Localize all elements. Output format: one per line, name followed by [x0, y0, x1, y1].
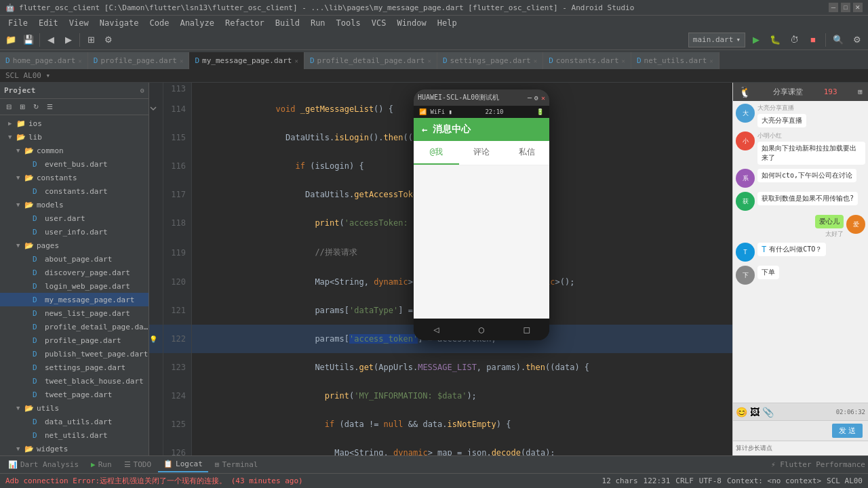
tree-item-user-info[interactable]: D user_info.dart [0, 225, 149, 239]
code-content-125[interactable]: if (data != null && data.isNotEmpty) { [192, 410, 733, 439]
tree-item-publish-tweet[interactable]: D publish_tweet_page.dart [0, 347, 149, 361]
tree-item-about[interactable]: D about_page.dart [0, 252, 149, 266]
bottom-tab-run[interactable]: ▶ Run [85, 458, 117, 472]
phone-close-btn[interactable]: ✕ [541, 94, 545, 102]
tree-item-constants-dart[interactable]: D constants.dart [0, 184, 149, 198]
tab-close-home[interactable]: ✕ [78, 58, 81, 64]
tree-item-user[interactable]: D user.dart [0, 211, 149, 225]
run-button[interactable]: ▶ [748, 32, 764, 48]
bottom-tab-todo[interactable]: ☰ TODO [119, 458, 157, 472]
tree-item-my-message[interactable]: D my_message_page.dart [0, 293, 149, 306]
phone-nav-back[interactable]: ◁ [433, 324, 439, 335]
menu-analyze[interactable]: Analyze [174, 16, 220, 30]
chat-image-btn[interactable]: 🖼 [750, 407, 760, 418]
settings-btn[interactable]: ⚙ [849, 32, 865, 48]
code-content-123[interactable]: NetUtils.get(AppUrls.MESSAGE_LIST, param… [192, 353, 733, 382]
tab-close-profile[interactable]: ✕ [180, 58, 183, 64]
tree-item-constants-folder[interactable]: ▼ 📂 constants [0, 171, 149, 184]
menu-window[interactable]: Window [391, 16, 431, 30]
tree-item-utils[interactable]: ▼ 📂 utils [0, 401, 149, 415]
menu-code[interactable]: Code [144, 16, 175, 30]
sidebar-filter-btn[interactable]: ☰ [43, 101, 56, 113]
code-content-124[interactable]: print('MY_INFORMATION: $data'); [192, 382, 733, 410]
tree-item-common[interactable]: ▼ 📂 common [0, 144, 149, 157]
toolbar-open-btn[interactable]: 📁 [3, 32, 19, 48]
phone-settings-btn[interactable]: ⚙ [534, 94, 538, 102]
bottom-tab-logcat[interactable]: 📋 Logcat [158, 458, 208, 472]
tab-close-constants[interactable]: ✕ [622, 58, 625, 64]
phone-nav-recent[interactable]: □ [524, 324, 529, 335]
menu-edit[interactable]: Edit [33, 16, 64, 30]
phone-tab-messages[interactable]: 私信 [504, 141, 549, 165]
tree-item-net-utils[interactable]: D net_utils.dart [0, 428, 149, 442]
toolbar-run-config-btn[interactable]: ⚙ [100, 32, 117, 48]
sidebar-collapse-btn[interactable]: ⊟ [3, 101, 15, 113]
toolbar-back-btn[interactable]: ◀ [43, 32, 59, 48]
profile-button[interactable]: ⏱ [786, 32, 802, 48]
tab-home-page[interactable]: D home_page.dart ✕ [0, 52, 88, 69]
bottom-tab-dart-analysis[interactable]: 📊 Dart Analysis [3, 458, 84, 472]
toolbar-structure-btn[interactable]: ⊞ [83, 32, 99, 48]
sidebar-sync-btn[interactable]: ↻ [30, 101, 42, 113]
chat-file-btn[interactable]: 📎 [762, 407, 774, 418]
debug-button[interactable]: 🐛 [767, 32, 783, 48]
menu-help[interactable]: Help [432, 16, 462, 30]
tab-profile-detail[interactable]: D profile_detail_page.dart ✕ [304, 52, 437, 69]
tree-item-tweet-black[interactable]: D tweet_black_house.dart [0, 374, 149, 388]
tree-item-pages[interactable]: ▼ 📂 pages [0, 239, 149, 252]
tree-item-ios[interactable]: ▶ 📁 ios [0, 117, 149, 130]
tab-close-profile-detail[interactable]: ✕ [427, 58, 431, 64]
bottom-tab-terminal[interactable]: ⊞ Terminal [210, 458, 264, 472]
tree-item-settings[interactable]: D settings_page.dart [0, 361, 149, 374]
maximize-button[interactable]: □ [841, 3, 850, 12]
phone-back-btn[interactable]: ← [422, 124, 427, 135]
tab-my-message-page[interactable]: D my_message_page.dart ✕ [189, 52, 304, 69]
tree-item-login-web[interactable]: D login_web_page.dart [0, 279, 149, 293]
menu-file[interactable]: File [3, 16, 33, 30]
code-content-126[interactable]: Map<String, dynamic> map = json.decode(d… [192, 439, 733, 455]
menu-refactor[interactable]: Refactor [220, 16, 270, 30]
code-editor[interactable]: 113 114 void _getMessageList() { [149, 83, 732, 455]
chat-panel-expand-btn[interactable]: ⊞ [858, 87, 863, 96]
search-everywhere-btn[interactable]: 🔍 [830, 32, 846, 48]
stop-button[interactable]: ■ [805, 32, 821, 48]
sidebar-expand-btn[interactable]: ⊞ [16, 101, 28, 113]
chat-emoji-btn[interactable]: 😊 [736, 407, 747, 418]
tree-item-data-utils[interactable]: D data_utils.dart [0, 415, 149, 428]
menu-navigate[interactable]: Navigate [94, 16, 144, 30]
tab-close-my-message[interactable]: ✕ [294, 58, 298, 64]
tree-item-discovery[interactable]: D discovery_page.dart [0, 266, 149, 279]
toolbar-forward-btn[interactable]: ▶ [60, 32, 77, 48]
tree-item-news-list[interactable]: D news_list_page.dart [0, 306, 149, 320]
fold-marker-114[interactable] [149, 104, 157, 113]
tree-item-tweet[interactable]: D tweet_page.dart [0, 388, 149, 401]
tree-item-profile-detail[interactable]: D profile_detail_page.dart [0, 320, 149, 333]
phone-tab-at-me[interactable]: @我 [414, 141, 459, 165]
menu-view[interactable]: View [64, 16, 94, 30]
tree-item-profile[interactable]: D profile_page.dart [0, 333, 149, 347]
flutter-performance-btn[interactable]: ⚡ Flutter Performance [771, 460, 865, 469]
tree-item-widgets[interactable]: ▼ 📂 widgets [0, 442, 149, 455]
status-scl[interactable]: SCL AL00 [827, 476, 863, 485]
tab-net-utils[interactable]: D net_utils.dart ✕ [631, 52, 719, 69]
sidebar-gear-icon[interactable]: ⚙ [140, 87, 144, 94]
phone-tab-comments[interactable]: 评论 [459, 141, 505, 165]
menu-tools[interactable]: Tools [331, 16, 366, 30]
minimize-button[interactable]: ─ [829, 3, 838, 12]
tab-profile-page[interactable]: D profile_page.dart ✕ [88, 52, 190, 69]
toolbar-save-btn[interactable]: 💾 [20, 32, 37, 48]
close-button[interactable]: ✕ [853, 3, 863, 12]
phone-titlebar-controls[interactable]: ─ ⚙ ✕ [528, 94, 545, 102]
chat-send-button[interactable]: 发 送 [832, 424, 863, 438]
phone-nav-home[interactable]: ○ [479, 324, 484, 335]
tab-constants[interactable]: D constants.dart ✕ [543, 52, 631, 69]
menu-run[interactable]: Run [305, 16, 331, 30]
tab-close-net-utils[interactable]: ✕ [709, 58, 713, 64]
tree-item-event-bus[interactable]: D event_bus.dart [0, 157, 149, 171]
menu-build[interactable]: Build [270, 16, 305, 30]
window-controls[interactable]: ─ □ ✕ [829, 3, 863, 12]
menu-vcs[interactable]: VCS [366, 16, 392, 30]
phone-minimize-btn[interactable]: ─ [528, 94, 532, 102]
run-config-selector[interactable]: main.dart ▾ [688, 33, 745, 47]
tree-item-lib[interactable]: ▼ 📂 lib [0, 130, 149, 144]
